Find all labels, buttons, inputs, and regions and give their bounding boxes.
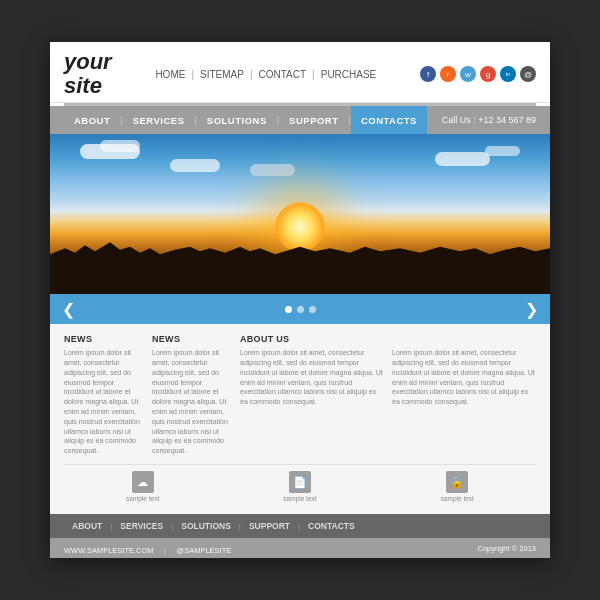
lock-icon: 🔒 bbox=[446, 471, 468, 493]
logo: your site bbox=[64, 50, 112, 98]
nav-purchase[interactable]: PURCHASE bbox=[321, 69, 377, 80]
mainnav-contacts[interactable]: CONTACTS bbox=[351, 106, 427, 134]
about-text-1: Lorem ipsum dolor sit amet, consectetur … bbox=[240, 348, 384, 407]
cloud-2 bbox=[100, 140, 140, 152]
footer-website: WWW.SAMPLESITE.COM bbox=[64, 546, 154, 555]
bottom-nav: ABOUT | SERVICES | SOLUTIONS | SUPPORT |… bbox=[50, 514, 550, 538]
about-col-1: ABOUT US Lorem ipsum dolor sit amet, con… bbox=[240, 334, 384, 456]
mainnav-solutions[interactable]: SOLUTIONS bbox=[197, 106, 277, 134]
content-columns: NEWS Lorem ipsum dolor sit amet, consect… bbox=[64, 334, 536, 456]
rss-icon[interactable]: r bbox=[440, 66, 456, 82]
icons-row: ☁ sample text 📄 sample text 🔒 sample tex… bbox=[64, 464, 536, 506]
linkedin-icon[interactable]: in bbox=[500, 66, 516, 82]
bottomnav-contacts[interactable]: CONTACTS bbox=[300, 514, 363, 538]
call-us: Call Us : +12 34 567 89 bbox=[442, 115, 536, 125]
dot-1[interactable] bbox=[285, 306, 292, 313]
facebook-icon[interactable]: f bbox=[420, 66, 436, 82]
about-col-2: Lorem ipsum dolor sit amet, consectetur … bbox=[392, 334, 536, 456]
news-title-1: NEWS bbox=[64, 334, 144, 344]
footer-left: WWW.SAMPLESITE.COM | @SAMPLESITE bbox=[64, 539, 231, 557]
about-text-2: Lorem ipsum dolor sit amet, consectetur … bbox=[392, 348, 536, 407]
carousel-prev[interactable]: ❮ bbox=[62, 300, 75, 319]
top-icons: f r w g in @ bbox=[420, 66, 536, 82]
icon-item-2: 📄 sample text bbox=[221, 471, 378, 502]
dot-2[interactable] bbox=[297, 306, 304, 313]
mainnav-about[interactable]: ABOUT bbox=[64, 106, 120, 134]
top-bar: your site HOME | SITEMAP | CONTACT | PUR… bbox=[50, 42, 550, 103]
about-title-1: ABOUT US bbox=[240, 334, 384, 344]
sun bbox=[275, 202, 325, 252]
icon-label-1: sample text bbox=[126, 495, 159, 502]
ground bbox=[50, 266, 550, 294]
email-icon[interactable]: @ bbox=[520, 66, 536, 82]
footer-copyright: Copyright © 2013 bbox=[478, 544, 536, 553]
main-nav: ABOUT | SERVICES | SOLUTIONS | SUPPORT |… bbox=[50, 106, 550, 134]
hero-image bbox=[50, 134, 550, 294]
news-col-1: NEWS Lorem ipsum dolor sit amet, consect… bbox=[64, 334, 144, 456]
news-text-2: Lorem ipsum dolor sit amet, consectetur … bbox=[152, 348, 232, 456]
cloud-3 bbox=[435, 152, 490, 166]
carousel-bar: ❮ ❯ bbox=[50, 294, 550, 324]
bottomnav-services[interactable]: SERVICES bbox=[112, 514, 171, 538]
carousel-dots bbox=[285, 306, 316, 313]
logo-line2: site bbox=[64, 74, 112, 98]
google-icon[interactable]: g bbox=[480, 66, 496, 82]
bottomnav-about[interactable]: ABOUT bbox=[64, 514, 110, 538]
icon-item-3: 🔒 sample text bbox=[379, 471, 536, 502]
globe-icon[interactable]: w bbox=[460, 66, 476, 82]
dot-3[interactable] bbox=[309, 306, 316, 313]
bottomnav-solutions[interactable]: SOLUTIONS bbox=[173, 514, 239, 538]
bottomnav-support[interactable]: SUPPORT bbox=[241, 514, 298, 538]
icon-item-1: ☁ sample text bbox=[64, 471, 221, 502]
nav-contact[interactable]: CONTACT bbox=[259, 69, 307, 80]
top-nav: HOME | SITEMAP | CONTACT | PURCHASE bbox=[155, 69, 376, 80]
footer: WWW.SAMPLESITE.COM | @SAMPLESITE Copyrig… bbox=[50, 538, 550, 558]
logo-line1: your bbox=[64, 50, 112, 74]
document-icon: 📄 bbox=[289, 471, 311, 493]
mainnav-support[interactable]: SUPPORT bbox=[279, 106, 348, 134]
nav-home[interactable]: HOME bbox=[155, 69, 185, 80]
news-text-1: Lorem ipsum dolor sit amet, consectetur … bbox=[64, 348, 144, 456]
news-col-2: NEWS Lorem ipsum dolor sit amet, consect… bbox=[152, 334, 232, 456]
news-title-2: NEWS bbox=[152, 334, 232, 344]
cloud-4 bbox=[485, 146, 520, 156]
mainnav-services[interactable]: SERVICES bbox=[123, 106, 195, 134]
carousel-next[interactable]: ❯ bbox=[525, 300, 538, 319]
nav-sitemap[interactable]: SITEMAP bbox=[200, 69, 244, 80]
cloud-5 bbox=[170, 159, 220, 172]
cloud-icon: ☁ bbox=[132, 471, 154, 493]
icon-label-2: sample text bbox=[283, 495, 316, 502]
footer-social: @SAMPLESITE bbox=[177, 546, 232, 555]
content-area: NEWS Lorem ipsum dolor sit amet, consect… bbox=[50, 324, 550, 514]
website-mockup: your site HOME | SITEMAP | CONTACT | PUR… bbox=[50, 42, 550, 558]
cloud-6 bbox=[250, 164, 295, 176]
about-title-2 bbox=[392, 334, 536, 344]
icon-label-3: sample text bbox=[441, 495, 474, 502]
